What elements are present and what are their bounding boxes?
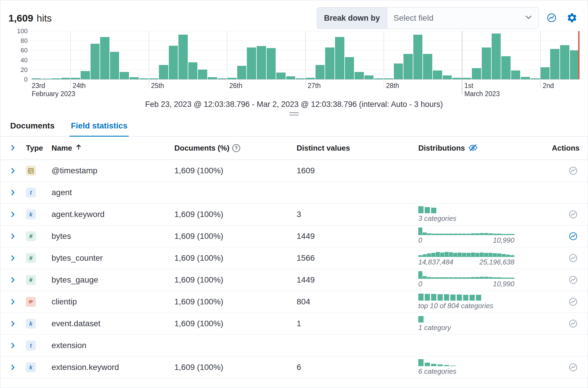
histogram-bar[interactable]: [91, 44, 100, 79]
panel-resize-handle[interactable]: [289, 112, 299, 115]
histogram-bar[interactable]: [560, 45, 569, 79]
explore-in-chart-button[interactable]: [567, 317, 580, 330]
explore-in-chart-button[interactable]: [567, 274, 580, 286]
tab-field-statistics[interactable]: Field statistics: [70, 117, 129, 137]
histogram-bar[interactable]: [188, 62, 198, 79]
histogram-bar[interactable]: [462, 78, 472, 79]
histogram-bar[interactable]: [227, 78, 237, 79]
histogram-bar[interactable]: [433, 70, 442, 79]
explore-in-chart-button[interactable]: [567, 361, 580, 374]
expand-row-button[interactable]: [8, 210, 17, 219]
visualize-toggle-button[interactable]: [544, 10, 559, 26]
field-type-glyph: k: [29, 364, 32, 371]
explore-in-chart-button[interactable]: [567, 230, 580, 243]
histogram-bar[interactable]: [139, 78, 149, 79]
histogram-bar[interactable]: [492, 33, 501, 79]
histogram-bar[interactable]: [413, 35, 423, 79]
expand-row-button[interactable]: [8, 232, 17, 241]
histogram-bar[interactable]: [267, 48, 276, 79]
distribution-bar: [444, 252, 449, 256]
distribution-bar: [427, 253, 431, 256]
histogram-bar[interactable]: [100, 37, 109, 79]
histogram-bar[interactable]: [276, 73, 286, 79]
histogram-bar[interactable]: [394, 64, 403, 79]
histogram-bar[interactable]: [286, 76, 295, 79]
histogram-bar[interactable]: [541, 67, 550, 79]
histogram-bar[interactable]: [482, 47, 491, 79]
arrow-up-icon: [75, 144, 82, 153]
histogram-bar[interactable]: [423, 54, 432, 79]
header-name[interactable]: Name: [52, 144, 174, 153]
distribution-bar: [475, 277, 479, 278]
field-name: extension: [52, 341, 174, 350]
histogram-bar[interactable]: [501, 56, 511, 79]
explore-in-chart-button[interactable]: [567, 295, 580, 308]
histogram-bar[interactable]: [169, 46, 178, 80]
histogram-bar[interactable]: [51, 78, 61, 79]
field-type-glyph: k: [29, 211, 32, 218]
histogram-bar[interactable]: [208, 77, 217, 79]
distributions-toggle-button[interactable]: [468, 142, 478, 154]
field-type-text-icon: t: [26, 341, 36, 350]
distribution-bar: [510, 278, 514, 278]
expand-row-button[interactable]: [8, 341, 17, 350]
explore-in-chart-button[interactable]: [567, 208, 580, 221]
expand-all-button[interactable]: [8, 143, 17, 153]
histogram-bar[interactable]: [316, 65, 325, 80]
distribution-cell: top 10 of 804 categories: [418, 294, 552, 310]
histogram-bar[interactable]: [306, 78, 315, 79]
histogram-bar[interactable]: [178, 35, 188, 79]
histogram-bar[interactable]: [81, 71, 90, 79]
histogram-bar[interactable]: [531, 78, 540, 79]
histogram-bar[interactable]: [61, 78, 70, 79]
explore-in-chart-button[interactable]: [567, 164, 580, 177]
histogram-bar[interactable]: [296, 78, 305, 79]
histogram-bar[interactable]: [159, 65, 168, 80]
field-type-glyph: IP: [29, 299, 33, 304]
histogram-bar[interactable]: [355, 72, 364, 79]
expand-row-button[interactable]: [8, 254, 17, 262]
histogram-bar[interactable]: [452, 78, 462, 79]
explore-in-chart-icon: [568, 253, 578, 263]
histogram-bar[interactable]: [130, 77, 139, 79]
expand-row-button[interactable]: [8, 188, 17, 197]
histogram-bar[interactable]: [110, 52, 119, 79]
field-name: bytes: [52, 232, 174, 241]
histogram-bar[interactable]: [257, 46, 266, 79]
x-axis-label: 27th: [308, 82, 321, 90]
histogram-bar[interactable]: [149, 78, 158, 79]
histogram-bar[interactable]: [32, 78, 41, 79]
expand-row-button[interactable]: [8, 319, 17, 328]
expand-row-button[interactable]: [8, 363, 17, 372]
histogram-bar[interactable]: [511, 70, 520, 79]
question-in-circle-icon[interactable]: ?: [232, 144, 240, 152]
histogram-bar[interactable]: [384, 78, 393, 79]
histogram-bar[interactable]: [120, 72, 129, 79]
explore-in-chart-button[interactable]: [567, 252, 580, 264]
histogram-plot[interactable]: [31, 31, 580, 80]
breakdown-select[interactable]: Select field: [387, 8, 539, 29]
expand-row-button[interactable]: [8, 166, 17, 175]
histogram-bar[interactable]: [570, 50, 579, 79]
histogram-bar[interactable]: [345, 57, 354, 79]
histogram-bar[interactable]: [325, 47, 334, 79]
histogram-bar[interactable]: [443, 75, 452, 79]
histogram-bar[interactable]: [71, 78, 80, 79]
expand-row-button[interactable]: [8, 276, 17, 284]
histogram-bar[interactable]: [218, 78, 227, 79]
histogram-bar[interactable]: [472, 68, 481, 79]
histogram-bar[interactable]: [521, 77, 530, 79]
chart-settings-button[interactable]: [564, 10, 580, 26]
tab-documents[interactable]: Documents: [9, 117, 56, 137]
histogram-bar[interactable]: [335, 37, 344, 79]
histogram-bar[interactable]: [198, 70, 207, 79]
histogram-bar[interactable]: [364, 75, 374, 79]
histogram-bar[interactable]: [237, 66, 247, 79]
histogram-bar[interactable]: [550, 49, 559, 79]
histogram-bar[interactable]: [403, 54, 413, 79]
histogram-bar[interactable]: [374, 78, 383, 79]
expand-row-button[interactable]: [8, 297, 17, 306]
histogram-bar[interactable]: [42, 79, 51, 79]
histogram-bar[interactable]: [247, 47, 256, 79]
field-type-keyword-icon: k: [26, 362, 36, 372]
